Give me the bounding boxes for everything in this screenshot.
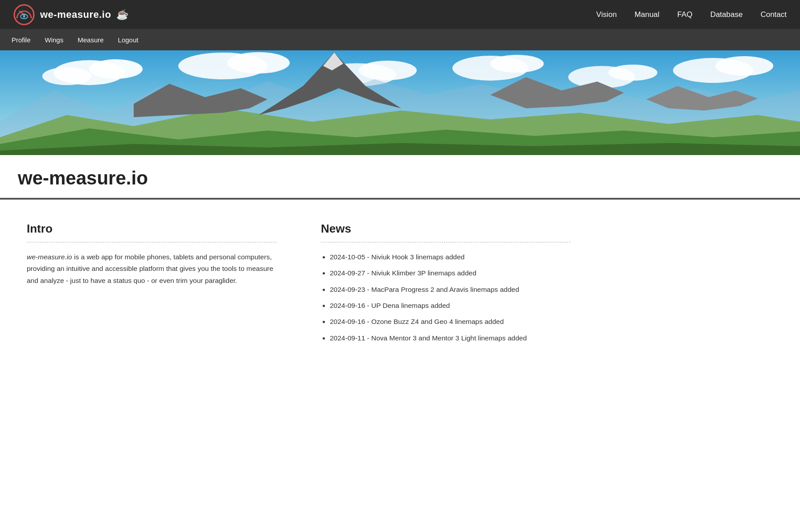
news-list: 2024-10-05 - Niviuk Hook 3 linemaps adde… bbox=[321, 251, 570, 344]
top-nav-links: Vision Manual FAQ Database Contact bbox=[596, 10, 787, 19]
svg-marker-27 bbox=[0, 143, 800, 155]
page-title: we-measure.io bbox=[18, 168, 782, 189]
svg-point-14 bbox=[490, 55, 544, 73]
news-item: 2024-10-05 - Niviuk Hook 3 linemaps adde… bbox=[330, 251, 570, 263]
news-item: 2024-09-16 - UP Dena linemaps added bbox=[330, 300, 570, 311]
brand-name: we-measure.io bbox=[40, 9, 111, 20]
top-nav: we-measure.io ☕ Vision Manual FAQ Databa… bbox=[0, 0, 800, 29]
intro-column: Intro we-measure.io is a web app for mob… bbox=[27, 222, 276, 348]
subnav-logout[interactable]: Logout bbox=[111, 31, 146, 49]
content-section: Intro we-measure.io is a web app for mob… bbox=[0, 200, 602, 371]
svg-point-4 bbox=[23, 15, 25, 17]
subnav-measure[interactable]: Measure bbox=[70, 31, 111, 49]
svg-point-18 bbox=[715, 56, 773, 76]
nav-manual[interactable]: Manual bbox=[635, 10, 660, 19]
nav-database[interactable]: Database bbox=[710, 10, 743, 19]
sub-nav: Profile Wings Measure Logout bbox=[0, 29, 800, 50]
news-item: 2024-09-16 - Ozone Buzz Z4 and Geo 4 lin… bbox=[330, 316, 570, 327]
logo-icon bbox=[13, 4, 35, 25]
intro-heading: Intro bbox=[27, 222, 276, 236]
news-column: News 2024-10-05 - Niviuk Hook 3 linemaps… bbox=[321, 222, 570, 348]
intro-divider bbox=[27, 242, 276, 242]
intro-text: we-measure.io is a web app for mobile ph… bbox=[27, 251, 276, 286]
subnav-profile[interactable]: Profile bbox=[4, 31, 38, 49]
svg-point-16 bbox=[608, 65, 657, 81]
nav-faq[interactable]: FAQ bbox=[677, 10, 693, 19]
news-item: 2024-09-23 - MacPara Progress 2 and Arav… bbox=[330, 284, 570, 295]
news-divider bbox=[321, 242, 570, 242]
svg-point-7 bbox=[89, 59, 143, 79]
svg-point-8 bbox=[42, 67, 91, 85]
subnav-wings[interactable]: Wings bbox=[38, 31, 71, 49]
news-item: 2024-09-11 - Nova Mentor 3 and Mentor 3 … bbox=[330, 332, 570, 344]
news-heading: News bbox=[321, 222, 570, 236]
svg-point-10 bbox=[227, 52, 290, 74]
coffee-icon: ☕ bbox=[116, 9, 128, 20]
news-item: 2024-09-27 - Niviuk Klimber 3P linemaps … bbox=[330, 267, 570, 279]
nav-vision[interactable]: Vision bbox=[596, 10, 617, 19]
page-title-section: we-measure.io bbox=[0, 155, 800, 200]
svg-point-12 bbox=[359, 61, 417, 80]
brand-area: we-measure.io ☕ bbox=[13, 4, 128, 25]
nav-contact[interactable]: Contact bbox=[760, 10, 787, 19]
hero-image bbox=[0, 50, 800, 155]
intro-brand-italic: we-measure.io bbox=[27, 253, 72, 261]
